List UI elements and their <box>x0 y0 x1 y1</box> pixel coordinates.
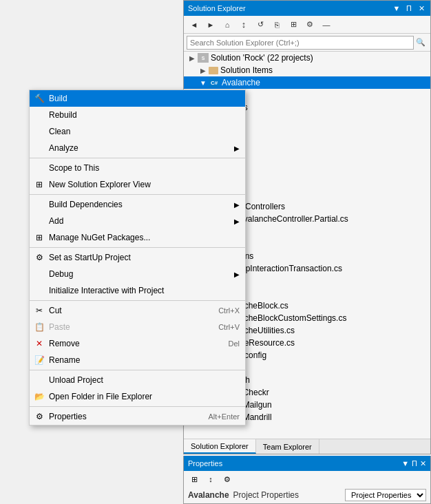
home-button[interactable]: ⌂ <box>220 18 235 32</box>
list-item[interactable]: ▶ Solution Items <box>184 64 430 76</box>
tab-solution-explorer[interactable]: Solution Explorer <box>184 439 256 454</box>
properties-pin[interactable]: П <box>412 459 417 468</box>
project-icon: C# <box>209 78 220 87</box>
properties-content: Avalanche Project Properties Project Pro… <box>184 487 430 503</box>
context-menu-item-label: Manage NuGet Packages... <box>49 233 150 242</box>
build-icon: 🔨 <box>34 93 45 104</box>
sync-button[interactable]: ↕ <box>236 18 251 32</box>
solution-explorer-toolbar: ◄ ► ⌂ ↕ ↺ ⎘ ⊞ ⚙ — <box>184 16 430 34</box>
search-bar: 🔍 <box>184 34 430 52</box>
openfolder-icon: 📂 <box>34 391 45 402</box>
context-menu-initinteractive[interactable]: Initialize Interactive with Project <box>30 282 245 299</box>
context-menu-item-label: Analyze <box>49 143 78 153</box>
forward-button[interactable]: ► <box>203 18 218 32</box>
expand-icon: ▼ <box>198 79 209 87</box>
setstartup-icon: ⚙ <box>34 252 45 263</box>
context-menu-rebuild[interactable]: Rebuild <box>30 107 245 123</box>
context-menu-debug[interactable]: Debug ▶ <box>30 266 245 282</box>
search-icon: 🔍 <box>414 36 428 50</box>
context-menu-item-label: New Solution Explorer View <box>49 180 151 189</box>
item-label: Controllers <box>245 202 285 211</box>
submenu-arrow: ▶ <box>234 271 240 278</box>
expand-icon: ▶ <box>187 54 198 62</box>
context-menu-separator <box>30 194 245 195</box>
context-menu-item-label: Initialize Interactive with Project <box>49 286 164 295</box>
copy-button[interactable]: ⎘ <box>269 18 284 32</box>
context-menu-separator <box>30 300 245 301</box>
context-menu-item-label: Remove <box>49 339 80 348</box>
context-menu: 🔨 Build Rebuild Clean Analyze ▶ Scope to… <box>29 90 246 426</box>
view-button[interactable]: ⊞ <box>286 18 301 32</box>
context-menu-separator <box>30 370 245 370</box>
context-menu-rename[interactable]: 📝 Rename <box>30 352 245 368</box>
context-menu-nuget[interactable]: ⊞ Manage NuGet Packages... <box>30 229 245 246</box>
properties-close[interactable]: ✕ <box>420 459 426 468</box>
context-menu-paste[interactable]: 📋 Paste Ctrl+V <box>30 319 245 335</box>
props-settings-btn[interactable]: ⚙ <box>220 473 235 485</box>
folder-icon <box>209 67 218 74</box>
item-label: AvalancheController.Partial.cs <box>238 214 348 224</box>
context-menu-setstartup[interactable]: ⚙ Set as StartUp Project <box>30 249 245 266</box>
properties-titlebar: Properties ▼ П ✕ <box>184 456 430 471</box>
props-sort-btn[interactable]: ↕ <box>203 473 218 485</box>
remove-icon: ✕ <box>34 338 45 349</box>
context-menu-item-label: Scope to This <box>49 163 99 173</box>
pin-button[interactable]: П <box>404 3 414 13</box>
item-label: Solution 'Rock' (22 projects) <box>211 53 313 63</box>
item-label: AppInteractionTransaction.cs <box>235 264 342 273</box>
close-button[interactable]: ✕ <box>417 3 426 13</box>
solution-icon: S <box>198 53 209 63</box>
properties-toolbar: ⊞ ↕ ⚙ <box>184 471 430 487</box>
properties-titlebar-controls: ▼ П ✕ <box>401 459 426 468</box>
context-menu-item-label: Clean <box>49 127 70 136</box>
newsolution-icon: ⊞ <box>34 179 45 190</box>
settings-button[interactable]: ⚙ <box>302 18 317 32</box>
context-menu-unload[interactable]: Unload Project <box>30 372 245 388</box>
context-menu-remove[interactable]: ✕ Remove Del <box>30 335 245 352</box>
cut-icon: ✂ <box>34 305 45 316</box>
list-item[interactable]: ▼ C# Avalanche <box>184 76 430 89</box>
properties-panel: Properties ▼ П ✕ ⊞ ↕ ⚙ Avalanche Project… <box>183 456 431 504</box>
collapse-button[interactable]: — <box>319 18 334 32</box>
tab-team-explorer[interactable]: Team Explorer <box>256 439 319 454</box>
expand-icon: ▶ <box>198 67 209 74</box>
context-menu-item-label: Build <box>49 94 67 103</box>
context-menu-clean[interactable]: Clean <box>30 123 245 140</box>
context-menu-add[interactable]: Add ▶ <box>30 213 245 229</box>
auto-hide-button[interactable]: ▼ <box>392 3 401 13</box>
context-menu-build[interactable]: 🔨 Build <box>30 90 245 107</box>
properties-icon: ⚙ <box>34 411 45 422</box>
back-button[interactable]: ◄ <box>187 18 202 32</box>
submenu-arrow: ▶ <box>234 218 240 225</box>
solution-explorer-titlebar: Solution Explorer ▼ П ✕ <box>184 1 430 16</box>
properties-auto-hide[interactable]: ▼ <box>401 459 409 468</box>
submenu-arrow: ▶ <box>234 201 240 209</box>
context-menu-newsolution[interactable]: ⊞ New Solution Explorer View <box>30 176 245 193</box>
context-menu-cut[interactable]: ✂ Cut Ctrl+X <box>30 302 245 319</box>
list-item[interactable]: ▶ S Solution 'Rock' (22 projects) <box>184 52 430 64</box>
item-label: Avalanche <box>222 78 260 87</box>
solution-explorer-title: Solution Explorer <box>188 4 246 12</box>
context-menu-builddeps[interactable]: Build Dependencies ▶ <box>30 196 245 213</box>
refresh-button[interactable]: ↺ <box>253 18 268 32</box>
context-menu-scope[interactable]: Scope to This <box>30 160 245 176</box>
context-menu-item-label: Paste <box>49 322 70 332</box>
search-input[interactable] <box>187 36 414 50</box>
context-menu-properties[interactable]: ⚙ Properties Alt+Enter <box>30 408 245 425</box>
context-menu-openfolder[interactable]: 📂 Open Folder in File Explorer <box>30 388 245 405</box>
properties-project-label: Avalanche <box>188 490 229 500</box>
solution-explorer-tabs: Solution Explorer Team Explorer <box>184 439 430 454</box>
shortcut-label: Ctrl+X <box>218 306 240 315</box>
context-menu-item-label: Cut <box>49 306 62 315</box>
context-menu-item-label: Debug <box>49 269 73 279</box>
properties-dropdown[interactable]: Project Properties <box>345 489 426 501</box>
context-menu-analyze[interactable]: Analyze ▶ <box>30 140 245 156</box>
context-menu-item-label: Add <box>49 216 63 226</box>
shortcut-label: Ctrl+V <box>218 323 240 331</box>
props-grid-btn[interactable]: ⊞ <box>187 473 202 485</box>
shortcut-label: Del <box>228 339 240 348</box>
context-menu-item-label: Properties <box>49 412 87 421</box>
context-menu-separator <box>30 406 245 407</box>
context-menu-item-label: Build Dependencies <box>49 200 123 209</box>
context-menu-item-label: Rebuild <box>49 110 77 120</box>
